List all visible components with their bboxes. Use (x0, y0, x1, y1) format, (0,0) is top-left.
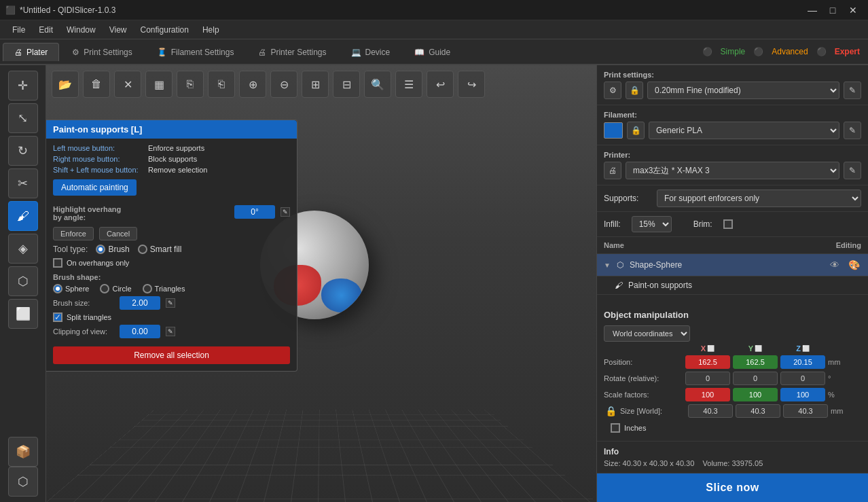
split-obj-btn[interactable]: ⊞ (302, 71, 329, 98)
view-cube[interactable]: ⬜ (8, 299, 38, 329)
tree-expand-icon[interactable]: ▼ (604, 262, 611, 269)
rot-x-input[interactable] (685, 372, 730, 385)
mode-expert[interactable]: Expert (835, 47, 860, 56)
on-overhangs-row[interactable]: On overhangs only (53, 258, 290, 268)
support-paint-tool[interactable]: 🖌 (8, 201, 38, 231)
layers-btn[interactable]: ☰ (395, 71, 422, 98)
smart-fill-radio[interactable]: Smart fill (138, 245, 182, 254)
size-z-input[interactable] (783, 404, 828, 418)
filament-lock-icon[interactable]: 🔒 (627, 122, 645, 139)
add-btn[interactable]: ⊕ (239, 71, 266, 98)
copy-btn[interactable]: ⎘ (177, 71, 204, 98)
viewport[interactable]: 📂 🗑 ✕ ▦ ⎘ ⎗ ⊕ ⊖ ⊞ ⊟ 🔍 ☰ ↩ ↪ (46, 65, 596, 502)
instance-btn[interactable]: ⎗ (208, 71, 235, 98)
slice-now-btn[interactable]: Slice now (597, 473, 868, 502)
undo-btn[interactable]: ↩ (427, 71, 454, 98)
pos-z-input[interactable]: 20.15 (780, 355, 825, 369)
scale-x-input[interactable] (685, 388, 730, 401)
printer-select[interactable]: max3左边 * X-MAX 3 (626, 162, 839, 179)
minimize-button[interactable]: — (803, 3, 822, 18)
coord-system-select[interactable]: World coordinates (604, 325, 690, 342)
pos-x-input[interactable]: 162.5 (685, 355, 730, 369)
brush-size-edit-icon[interactable]: ✎ (166, 298, 175, 308)
cancel-btn[interactable]: Cancel (99, 227, 137, 240)
size-x-input[interactable] (688, 404, 733, 418)
triangles-shape[interactable]: Triangles (143, 284, 185, 293)
printer-icon-btn[interactable]: 🖨 (604, 162, 621, 179)
inches-checkbox[interactable] (611, 423, 620, 433)
sphere-shape[interactable]: Sphere (53, 284, 89, 293)
automatic-painting-btn[interactable]: Automatic painting (53, 179, 137, 196)
fdm-tool[interactable]: ⬡ (8, 266, 38, 296)
tree-item-sphere[interactable]: ▼ ⬡ Shape-Sphere 👁 🎨 (597, 254, 868, 276)
mode-simple[interactable]: Simple (721, 47, 746, 56)
filament-color-swatch[interactable] (604, 122, 623, 139)
split-triangles-checkbox[interactable]: ✓ (53, 312, 62, 322)
circle-shape[interactable]: Circle (100, 284, 131, 293)
brush-radio[interactable]: Brush (96, 245, 129, 254)
scale-z-input[interactable] (780, 388, 825, 401)
brush-size-input[interactable] (120, 296, 160, 310)
print-settings-lock-icon[interactable]: 🔒 (626, 82, 643, 99)
clipping-edit-icon[interactable]: ✎ (166, 327, 175, 336)
close-button[interactable]: ✕ (844, 3, 863, 18)
printer-edit-icon[interactable]: ✎ (844, 162, 861, 179)
maximize-button[interactable]: □ (823, 3, 842, 18)
size-y-input[interactable] (736, 404, 780, 418)
menu-window[interactable]: Window (60, 22, 103, 37)
infill-select[interactable]: 15% (632, 216, 672, 232)
tree-item-paint-supports[interactable]: 🖌 Paint-on supports (597, 276, 868, 295)
tab-filament-settings[interactable]: 🧵 Filament Settings (145, 43, 246, 61)
clipping-input[interactable] (120, 325, 160, 338)
scale-tool[interactable]: ⤡ (8, 103, 38, 133)
print-profile-select[interactable]: 0.20mm Fine (modified) (647, 82, 839, 99)
sliced-icon[interactable]: ⬡ (8, 467, 38, 497)
cut-tool[interactable]: ✂ (8, 168, 38, 198)
on-overhangs-checkbox[interactable] (53, 258, 62, 268)
seam-tool[interactable]: ◈ (8, 234, 38, 264)
mode-advanced[interactable]: Advanced (772, 47, 808, 56)
supports-select[interactable]: For support enforcers only (657, 190, 861, 207)
tab-guide[interactable]: 📖 Guide (403, 43, 462, 61)
remove-btn[interactable]: ⊖ (270, 71, 297, 98)
arrange-btn[interactable]: ▦ (145, 71, 173, 98)
delete-btn[interactable]: 🗑 (83, 71, 110, 98)
rot-z-input[interactable] (780, 372, 825, 385)
move-tool[interactable]: ✛ (8, 71, 38, 101)
lock-icon[interactable]: 🔒 (604, 404, 617, 418)
menu-file[interactable]: File (5, 22, 32, 37)
tab-printer-settings[interactable]: 🖨 Printer Settings (247, 43, 338, 61)
tree-eye-icon[interactable]: 👁 (827, 257, 842, 272)
enforce-btn[interactable]: Enforce (53, 227, 94, 240)
open-file-btn[interactable]: 📂 (52, 71, 79, 98)
angle-edit-icon[interactable]: ✎ (281, 207, 290, 217)
tab-device[interactable]: 💻 Device (340, 43, 402, 61)
tree-paint-icon[interactable]: 🎨 (846, 257, 861, 272)
layer-icon[interactable]: 📦 (8, 437, 38, 467)
print-settings-edit-icon[interactable]: ✎ (844, 82, 861, 99)
printer-row: 🖨 max3左边 * X-MAX 3 ✎ (604, 162, 861, 179)
filament-select[interactable]: Generic PLA (649, 122, 839, 139)
search-btn[interactable]: 🔍 (364, 71, 391, 98)
menu-configuration[interactable]: Configuration (134, 22, 196, 37)
tab-plater[interactable]: 🖨 Plater (3, 43, 59, 61)
angle-input[interactable] (234, 205, 275, 219)
triangles-shape-label: Triangles (155, 285, 185, 293)
menu-view[interactable]: View (103, 22, 134, 37)
menu-edit[interactable]: Edit (32, 22, 60, 37)
brim-checkbox[interactable] (723, 219, 733, 229)
tab-print-settings[interactable]: ⚙ Print Settings (60, 43, 143, 61)
sphere-name: Shape-Sphere (630, 260, 827, 270)
menu-help[interactable]: Help (196, 22, 226, 37)
pos-y-input[interactable]: 162.5 (733, 355, 778, 369)
rotate-tool[interactable]: ↻ (8, 136, 38, 166)
print-settings-gear-icon[interactable]: ⚙ (604, 82, 621, 99)
rot-y-input[interactable] (733, 372, 778, 385)
clear-btn[interactable]: ✕ (114, 71, 141, 98)
split-parts-btn[interactable]: ⊟ (333, 71, 360, 98)
split-triangles-row[interactable]: ✓ Split triangles (53, 312, 290, 322)
redo-btn[interactable]: ↪ (458, 71, 485, 98)
scale-y-input[interactable] (733, 388, 778, 401)
filament-edit-icon[interactable]: ✎ (844, 122, 861, 139)
remove-all-selection-btn[interactable]: Remove all selection (53, 346, 290, 364)
